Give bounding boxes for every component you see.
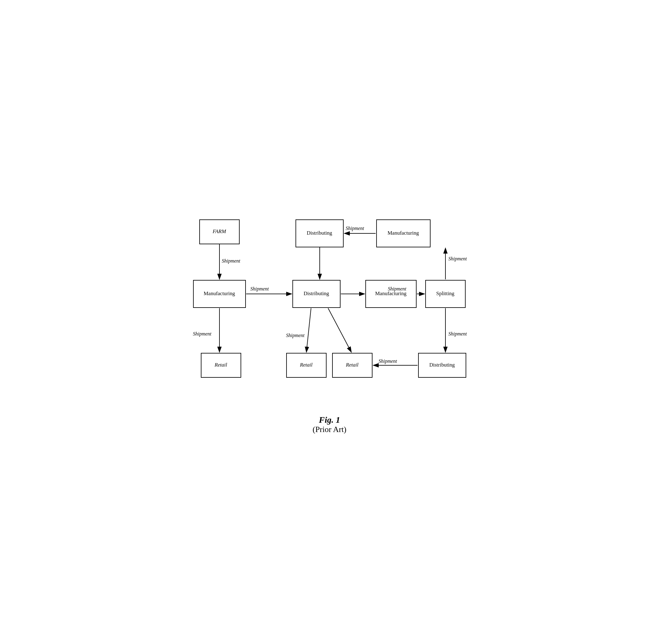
box-retail2: Retail [286, 353, 326, 378]
label-split-dist-bot: Shipment [449, 331, 467, 337]
fig-sub: (Prior Art) [313, 425, 346, 434]
box-retail3: Retail [332, 353, 372, 378]
label-mfg-split: Shipment [388, 286, 407, 292]
figure-caption: Fig. 1 (Prior Art) [313, 415, 346, 434]
label-mfg-retail: Shipment [193, 331, 212, 337]
svg-line-7 [306, 308, 311, 352]
box-mfg1: Manufacturing [193, 280, 246, 308]
box-dist-bot: Distributing [418, 353, 466, 378]
box-mfg1-label: Manufacturing [204, 290, 235, 297]
box-splitting-label: Splitting [436, 290, 454, 297]
box-retail1: Retail [201, 353, 241, 378]
svg-line-8 [328, 308, 351, 352]
label-top-arrow: Shipment [346, 226, 364, 231]
box-dist-mid: Distributing [292, 280, 341, 308]
label-split-mfg-top: Shipment [449, 256, 467, 262]
box-mfg-top: Manufacturing [376, 220, 431, 247]
box-dist-mid-label: Distributing [303, 290, 329, 297]
label-mfg-dist: Shipment [250, 286, 269, 292]
label-dist-retail3: Shipment [379, 359, 397, 364]
box-retail1-label: Retail [214, 362, 227, 368]
box-farm-label: FARM [213, 228, 226, 235]
box-retail3-label: Retail [346, 362, 359, 368]
label-dist-retail2: Shipment [286, 333, 305, 338]
diagram-area: FARM Manufacturing Retail Distributing D… [190, 210, 469, 402]
box-retail2-label: Retail [300, 362, 313, 368]
box-dist-top-label: Distributing [307, 230, 332, 236]
box-farm: FARM [199, 220, 240, 244]
box-mfg-top-label: Manufacturing [387, 230, 419, 236]
box-dist-top: Distributing [296, 220, 344, 247]
label-farm-mfg: Shipment [222, 258, 241, 264]
box-splitting: Splitting [425, 280, 465, 308]
box-mfg-mid: Manufacturing [365, 280, 416, 308]
fig-label: Fig. 1 [313, 415, 346, 425]
box-dist-bot-label: Distributing [429, 362, 455, 368]
page-container: FARM Manufacturing Retail Distributing D… [190, 210, 469, 434]
